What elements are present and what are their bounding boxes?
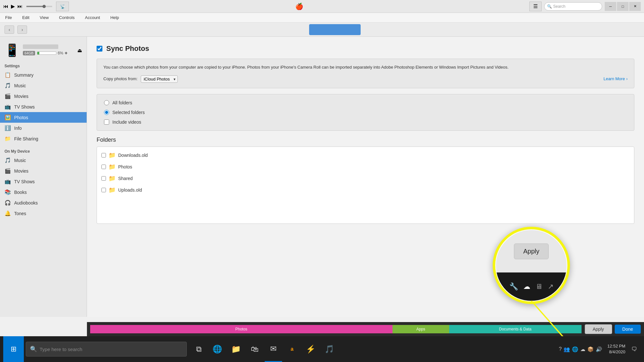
main-container: 📱 64GB 6% + ⏏ Settings 📋 S [0, 37, 644, 362]
sidebar-item-photos[interactable]: 🖼️ Photos [0, 112, 87, 123]
sidebar-item-label-summary: Summary [14, 72, 33, 78]
include-videos-checkbox[interactable] [104, 119, 109, 125]
sidebar-item-music[interactable]: 🎵 Music [0, 80, 87, 91]
magnifier-top: Apply [496, 230, 567, 272]
sidebar-item-label-tvshows: TV Shows [14, 104, 35, 110]
maximize-button[interactable]: □ [617, 2, 629, 11]
menu-edit[interactable]: Edit [20, 14, 31, 21]
done-button[interactable]: Done [615, 325, 641, 334]
playback-controls: ⏮ ▶ ⏭ [3, 3, 23, 9]
storage-badge: 64GB [23, 51, 35, 55]
copy-photos-select[interactable]: iCloud Photos [141, 75, 178, 83]
sidebar-item-device-tones[interactable]: 🔔 Tones [0, 208, 87, 219]
tray-icon-dropbox[interactable]: 📦 [587, 346, 594, 352]
taskbar-icon-itunes[interactable]: 🎵 [321, 336, 338, 362]
menu-bar: File Edit View Controls Account Help [0, 13, 644, 23]
tray-icon-help[interactable]: ? [559, 346, 562, 352]
sidebar-item-device-audiobooks[interactable]: 🎧 Audiobooks [0, 197, 87, 208]
taskbar-icon-spotilike[interactable]: ⚡ [302, 336, 319, 362]
radio-selected-folders-input[interactable] [104, 110, 109, 115]
tray-icon-volume[interactable]: 🔊 [596, 346, 602, 352]
notification-button[interactable]: 🗨 [628, 336, 641, 362]
menu-controls[interactable]: Controls [57, 14, 76, 21]
folder-row-uploads[interactable]: 📁 Uploads.old [97, 184, 634, 196]
folder-row-downloads[interactable]: 📁 Downloads.old [97, 149, 634, 161]
close-button[interactable]: ✕ [629, 2, 641, 11]
menu-view[interactable]: View [38, 14, 51, 21]
time-display: 12:52 PM 8/4/2020 [607, 343, 625, 355]
device-button[interactable] [309, 24, 361, 35]
device-tones-icon: 🔔 [5, 210, 11, 216]
rewind-button[interactable]: ⏮ [3, 4, 8, 9]
folder-icon-shared: 📁 [109, 175, 116, 182]
radio-all-folders[interactable]: All folders [104, 100, 627, 105]
forward-button[interactable]: › [17, 25, 27, 34]
tray-icon-cloud[interactable]: ☁ [580, 346, 585, 352]
sidebar-item-movies[interactable]: 🎬 Movies [0, 91, 87, 101]
menu-file[interactable]: File [3, 14, 14, 21]
taskbar-search[interactable]: 🔍 Type here to search [26, 342, 187, 357]
folder-checkbox-uploads[interactable] [101, 188, 106, 192]
sidebar-item-filesharing[interactable]: 📁 File Sharing [0, 133, 87, 144]
taskbar-icon-edge[interactable]: 🌐 [209, 336, 226, 362]
apple-logo: 🍎 [295, 3, 303, 10]
taskbar-icon-explorer[interactable]: 📁 [227, 336, 245, 362]
sidebar-item-label-device-books: Books [14, 190, 27, 195]
title-bar-right: ☰ 🔍 Search ─ □ ✕ [529, 2, 641, 11]
sidebar-item-info[interactable]: ℹ️ Info [0, 123, 87, 133]
sys-tray: ? 👥 🌐 ☁ 📦 🔊 [556, 346, 605, 352]
include-videos-row[interactable]: Include videos [104, 119, 627, 125]
sidebar-item-device-music[interactable]: 🎵 Music [0, 155, 87, 166]
taskbar-icon-taskview[interactable]: ⧉ [190, 336, 207, 362]
start-button[interactable]: ⊞ [3, 336, 24, 362]
copy-photos-select-wrap[interactable]: iCloud Photos [141, 75, 178, 83]
folder-row-shared[interactable]: 📁 Shared [97, 173, 634, 184]
sidebar-item-label-music: Music [14, 83, 26, 88]
sidebar-item-label-device-tones: Tones [14, 211, 26, 216]
folder-row-photos[interactable]: 📁 Photos [97, 161, 634, 173]
storage-bottom-bar: Photos Apps Documents & Data Apply Done [87, 322, 644, 336]
sync-info-box: You can choose which photos from your co… [97, 59, 634, 88]
device-details: 64GB 6% + [23, 44, 68, 56]
fast-forward-button[interactable]: ⏭ [17, 4, 23, 9]
sidebar-item-tvshows[interactable]: 📺 TV Shows [0, 101, 87, 112]
menu-account[interactable]: Account [83, 14, 102, 21]
sidebar-item-device-movies[interactable]: 🎬 Movies [0, 166, 87, 176]
minimize-button[interactable]: ─ [605, 2, 616, 11]
taskbar-icons: ⧉ 🌐 📁 🛍 ✉ a ⚡ 🎵 [190, 336, 338, 362]
back-button[interactable]: ‹ [5, 25, 14, 34]
sidebar-item-summary[interactable]: 📋 Summary [0, 70, 87, 80]
tray-icon-people[interactable]: 👥 [564, 346, 570, 352]
airplay-button[interactable]: 📡 [56, 2, 69, 11]
tray-icon-network[interactable]: 🌐 [572, 346, 578, 352]
folder-checkbox-photos[interactable] [101, 165, 106, 169]
magnifier-apply-button[interactable]: Apply [514, 243, 549, 259]
menu-help[interactable]: Help [109, 14, 121, 21]
sync-header: Sync Photos [97, 44, 634, 53]
learn-more-link[interactable]: Learn More › [603, 76, 628, 82]
folder-name-photos: Photos [118, 164, 132, 169]
taskbar-icon-mail[interactable]: ✉ [265, 336, 282, 362]
apply-button[interactable]: Apply [585, 324, 612, 334]
device-name-bar [23, 44, 58, 49]
list-view-button[interactable]: ☰ [529, 2, 542, 11]
folder-checkbox-downloads[interactable] [101, 153, 106, 157]
play-button[interactable]: ▶ [11, 3, 15, 9]
on-my-device-label: On My Device [0, 147, 87, 155]
folder-checkbox-shared[interactable] [101, 176, 106, 181]
add-storage-button[interactable]: + [64, 50, 67, 56]
taskbar-search-icon: 🔍 [30, 346, 37, 353]
sync-photos-checkbox[interactable] [97, 46, 102, 52]
sync-photos-title: Sync Photos [106, 44, 149, 53]
volume-slider[interactable] [26, 6, 52, 7]
search-box[interactable]: 🔍 Search [544, 2, 602, 11]
sidebar-item-device-tvshows[interactable]: 📺 TV Shows [0, 176, 87, 187]
sidebar-item-device-books[interactable]: 📚 Books [0, 187, 87, 197]
taskbar-icon-amazon[interactable]: a [283, 336, 301, 362]
eject-button[interactable]: ⏏ [77, 47, 82, 53]
radio-all-folders-label: All folders [112, 100, 132, 105]
radio-selected-folders[interactable]: Selected folders [104, 110, 627, 115]
settings-section-label: Settings [0, 62, 87, 70]
taskbar-icon-store[interactable]: 🛍 [246, 336, 263, 362]
radio-all-folders-input[interactable] [104, 100, 109, 105]
